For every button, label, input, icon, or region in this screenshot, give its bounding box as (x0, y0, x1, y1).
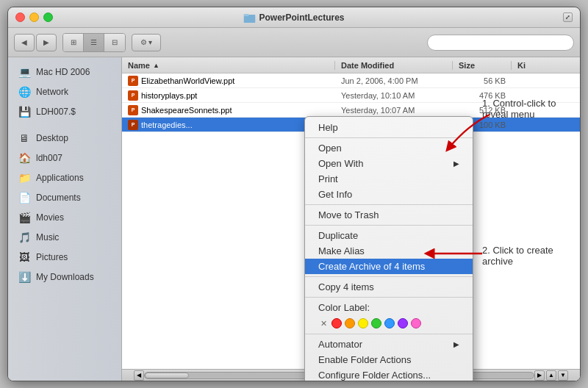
color-pink[interactable] (411, 318, 421, 328)
menu-item-duplicate[interactable]: Duplicate (305, 228, 473, 243)
sidebar-item-documents[interactable]: 📄 Documents (11, 188, 118, 207)
menu-item-open-with[interactable]: Open With ▶ (305, 156, 473, 171)
downloads-icon: ⬇️ (17, 270, 32, 284)
sidebar-item-applications[interactable]: 📁 Applications (11, 168, 118, 187)
view-buttons: ⊞ ☰ ⊟ (62, 33, 126, 52)
movies-icon: 🎬 (17, 210, 32, 225)
sidebar-item-movies[interactable]: 🎬 Movies (11, 208, 118, 227)
traffic-lights (15, 12, 53, 22)
sidebar-item-music[interactable]: 🎵 Music (11, 228, 118, 247)
titlebar: PowerPointLectures ⤢ (8, 7, 580, 28)
file-date-cell: Yesterday, 10:07 AM (335, 106, 453, 115)
table-row[interactable]: P ShakespeareSonnets.ppt Yesterday, 10:0… (122, 103, 580, 118)
desktop-icon: 🖥 (17, 131, 32, 146)
color-green[interactable] (371, 318, 381, 328)
file-date-cell: Yesterday, 10:10 AM (335, 91, 453, 100)
name-column-header[interactable]: Name ▲ (122, 61, 335, 70)
sidebar-item-ldh007-user[interactable]: 🏠 ldh007 (11, 148, 118, 168)
zoom-button[interactable]: ⤢ (563, 12, 573, 22)
menu-separator (305, 137, 473, 138)
forward-button[interactable]: ▶ (36, 34, 57, 51)
main-content: 💻 Mac HD 2006 🌐 Network 💾 LDH007.$ 🖥 Des… (8, 57, 580, 381)
color-yellow[interactable] (358, 318, 368, 328)
sidebar-item-pictures[interactable]: 🖼 Pictures (11, 248, 118, 267)
menu-item-automator[interactable]: Automator ▶ (305, 337, 473, 352)
file-area: Name ▲ Date Modified Size Ki P (122, 57, 580, 381)
chevron-down-icon: ▾ (148, 38, 152, 46)
search-input[interactable] (427, 35, 574, 51)
context-menu: Help Open Open With ▶ Print Get Info Mov… (304, 116, 473, 381)
mac-hd-icon: 💻 (17, 65, 32, 79)
drive-icon: 💾 (17, 104, 32, 119)
file-size-cell: 476 KB (453, 91, 512, 100)
menu-item-copy-items[interactable]: Copy 4 items (305, 279, 473, 295)
sidebar: 💻 Mac HD 2006 🌐 Network 💾 LDH007.$ 🖥 Des… (8, 57, 122, 381)
ppt-icon: P (128, 90, 138, 101)
sidebar-item-network[interactable]: 🌐 Network (11, 82, 118, 101)
ppt-icon: P (128, 76, 138, 86)
kind-column-header[interactable]: Ki (512, 61, 580, 70)
menu-item-help[interactable]: Help (305, 120, 473, 135)
column-view-button[interactable]: ⊟ (104, 34, 125, 51)
scroll-left-button[interactable]: ◀ (134, 370, 144, 381)
svg-rect-1 (243, 14, 248, 16)
music-icon: 🎵 (17, 230, 32, 245)
sidebar-item-mac-hd[interactable]: 💻 Mac HD 2006 (11, 62, 118, 82)
table-row[interactable]: P ElizabethanWorldView.ppt Jun 2, 2006, … (122, 73, 580, 88)
pictures-icon: 🖼 (17, 250, 32, 265)
menu-separator (305, 297, 473, 298)
table-row[interactable]: P historyplays.ppt Yesterday, 10:10 AM 4… (122, 88, 580, 103)
maximize-button[interactable] (43, 12, 53, 22)
toolbar: ◀ ▶ ⊞ ☰ ⊟ ⚙ ▾ (8, 28, 580, 57)
file-name-cell: P ShakespeareSonnets.ppt (122, 105, 335, 115)
sort-arrow: ▲ (153, 62, 159, 69)
submenu-arrow: ▶ (453, 340, 459, 348)
color-purple[interactable] (398, 318, 408, 328)
sidebar-item-my-downloads[interactable]: ⬇️ My Downloads (11, 267, 118, 287)
home-icon: 🏠 (17, 151, 32, 165)
scrollbar-thumb[interactable] (145, 373, 189, 378)
icon-view-button[interactable]: ⊞ (63, 34, 84, 51)
window-title: PowerPointLectures (243, 12, 344, 24)
menu-item-move-to-trash[interactable]: Move to Trash (305, 207, 473, 223)
menu-item-color-label: Color Label: (305, 300, 473, 315)
network-icon: 🌐 (17, 85, 32, 99)
file-name-cell: P historyplays.ppt (122, 90, 335, 101)
file-size-cell: 512 KB (453, 106, 512, 115)
ppt-icon: P (128, 105, 138, 115)
menu-item-get-info[interactable]: Get Info (305, 187, 473, 202)
action-button[interactable]: ⚙ ▾ (132, 34, 161, 51)
file-date-cell: Jun 2, 2006, 4:00 PM (335, 76, 453, 85)
file-name-cell: P ElizabethanWorldView.ppt (122, 76, 335, 86)
menu-item-print[interactable]: Print (305, 171, 473, 187)
menu-item-open[interactable]: Open (305, 140, 473, 156)
scroll-up-button[interactable]: ▲ (546, 370, 556, 381)
sidebar-item-ldh007[interactable]: 💾 LDH007.$ (11, 102, 118, 121)
color-red[interactable] (331, 318, 342, 328)
color-blue[interactable] (384, 318, 395, 328)
back-button[interactable]: ◀ (14, 34, 35, 51)
scroll-down-button[interactable]: ▼ (558, 370, 568, 381)
scroll-right-button[interactable]: ▶ (534, 370, 545, 381)
menu-item-make-alias[interactable]: Make Alias (305, 243, 473, 259)
menu-item-enable-folder[interactable]: Enable Folder Actions (305, 352, 473, 367)
finder-window: PowerPointLectures ⤢ ◀ ▶ ⊞ ☰ ⊟ ⚙ ▾ 💻 Mac… (7, 7, 581, 381)
submenu-arrow: ▶ (453, 159, 459, 168)
gear-icon: ⚙ (140, 38, 147, 46)
menu-separator (305, 334, 473, 334)
menu-separator (305, 225, 473, 226)
file-name-cell: P thetragedies... (122, 120, 335, 130)
menu-separator (305, 204, 473, 205)
color-none[interactable]: ✕ (318, 318, 329, 328)
date-column-header[interactable]: Date Modified (335, 61, 453, 70)
sidebar-item-desktop[interactable]: 🖥 Desktop (11, 129, 118, 148)
size-column-header[interactable]: Size (453, 61, 512, 70)
close-button[interactable] (15, 12, 25, 22)
minimize-button[interactable] (29, 12, 39, 22)
menu-item-create-archive[interactable]: Create Archive of 4 items (305, 259, 473, 274)
ppt-icon: P (128, 120, 138, 130)
color-orange[interactable] (345, 318, 355, 328)
color-dots: ✕ (305, 315, 473, 331)
menu-item-configure-folder[interactable]: Configure Folder Actions... (305, 367, 473, 381)
list-view-button[interactable]: ☰ (84, 34, 104, 51)
